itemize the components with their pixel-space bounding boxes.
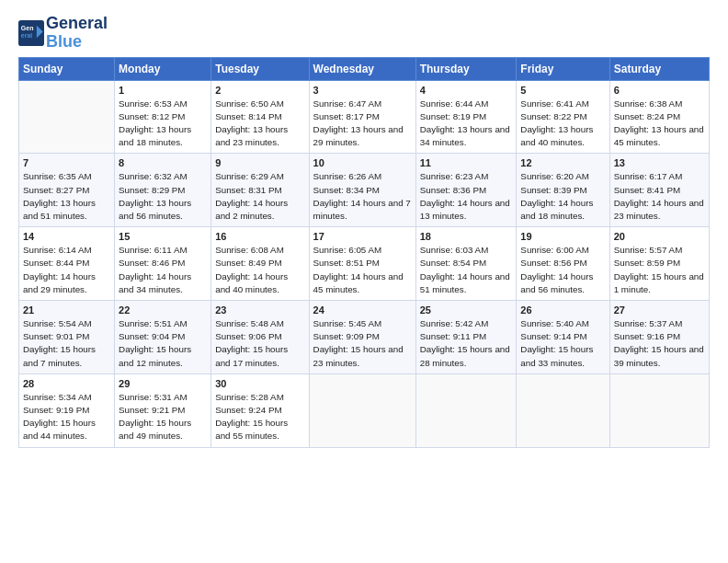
day-cell: 1Sunrise: 6:53 AMSunset: 8:12 PMDaylight… bbox=[115, 80, 211, 154]
header: Gen eral GeneralBlue bbox=[18, 15, 710, 52]
day-cell: 25Sunrise: 5:42 AMSunset: 9:11 PMDayligh… bbox=[415, 301, 517, 374]
day-number: 11 bbox=[420, 157, 513, 168]
day-number: 18 bbox=[420, 231, 513, 242]
day-cell bbox=[415, 373, 517, 447]
svg-text:Gen: Gen bbox=[21, 25, 34, 31]
day-detail: Sunrise: 6:03 AMSunset: 8:54 PMDaylight:… bbox=[420, 244, 513, 296]
day-number: 9 bbox=[215, 157, 304, 168]
day-cell: 2Sunrise: 6:50 AMSunset: 8:14 PMDaylight… bbox=[211, 80, 309, 154]
day-detail: Sunrise: 6:35 AMSunset: 8:27 PMDaylight:… bbox=[23, 170, 110, 223]
col-header-sunday: Sunday bbox=[19, 57, 115, 80]
col-header-wednesday: Wednesday bbox=[309, 57, 415, 80]
day-detail: Sunrise: 6:00 AMSunset: 8:56 PMDaylight:… bbox=[520, 244, 605, 296]
logo-icon: Gen eral bbox=[18, 20, 44, 46]
week-row-2: 7Sunrise: 6:35 AMSunset: 8:27 PMDaylight… bbox=[19, 154, 710, 227]
page: Gen eral GeneralBlue SundayMondayTuesday… bbox=[0, 0, 728, 563]
day-cell: 16Sunrise: 6:08 AMSunset: 8:49 PMDayligh… bbox=[211, 227, 309, 301]
day-number: 2 bbox=[215, 85, 304, 96]
day-number: 28 bbox=[23, 378, 110, 389]
day-cell: 12Sunrise: 6:20 AMSunset: 8:39 PMDayligh… bbox=[517, 154, 609, 227]
day-number: 25 bbox=[420, 304, 513, 316]
day-detail: Sunrise: 6:50 AMSunset: 8:14 PMDaylight:… bbox=[215, 98, 304, 150]
day-detail: Sunrise: 6:26 AMSunset: 8:34 PMDaylight:… bbox=[313, 170, 412, 223]
col-header-thursday: Thursday bbox=[415, 57, 517, 80]
day-number: 17 bbox=[313, 231, 412, 242]
day-number: 19 bbox=[520, 231, 605, 242]
day-detail: Sunrise: 6:17 AMSunset: 8:41 PMDaylight:… bbox=[614, 170, 705, 223]
day-cell: 4Sunrise: 6:44 AMSunset: 8:19 PMDaylight… bbox=[415, 80, 517, 154]
day-number: 8 bbox=[119, 157, 207, 168]
logo: Gen eral GeneralBlue bbox=[18, 15, 108, 52]
day-cell: 23Sunrise: 5:48 AMSunset: 9:06 PMDayligh… bbox=[211, 301, 309, 374]
week-row-1: 1Sunrise: 6:53 AMSunset: 8:12 PMDaylight… bbox=[19, 80, 710, 154]
day-detail: Sunrise: 5:40 AMSunset: 9:14 PMDaylight:… bbox=[520, 317, 605, 370]
day-detail: Sunrise: 6:32 AMSunset: 8:29 PMDaylight:… bbox=[119, 170, 207, 223]
day-number: 1 bbox=[119, 85, 207, 96]
day-cell: 28Sunrise: 5:34 AMSunset: 9:19 PMDayligh… bbox=[19, 373, 115, 447]
day-cell bbox=[19, 80, 115, 154]
day-cell: 5Sunrise: 6:41 AMSunset: 8:22 PMDaylight… bbox=[517, 80, 609, 154]
day-cell: 21Sunrise: 5:54 AMSunset: 9:01 PMDayligh… bbox=[19, 301, 115, 374]
day-detail: Sunrise: 6:14 AMSunset: 8:44 PMDaylight:… bbox=[23, 244, 110, 296]
day-number: 30 bbox=[215, 378, 304, 389]
day-number: 14 bbox=[23, 231, 110, 242]
header-row: SundayMondayTuesdayWednesdayThursdayFrid… bbox=[19, 57, 710, 80]
day-cell: 17Sunrise: 6:05 AMSunset: 8:51 PMDayligh… bbox=[309, 227, 415, 301]
day-cell: 22Sunrise: 5:51 AMSunset: 9:04 PMDayligh… bbox=[115, 301, 211, 374]
day-number: 5 bbox=[520, 85, 605, 96]
day-cell: 6Sunrise: 6:38 AMSunset: 8:24 PMDaylight… bbox=[609, 80, 709, 154]
day-cell: 18Sunrise: 6:03 AMSunset: 8:54 PMDayligh… bbox=[415, 227, 517, 301]
col-header-friday: Friday bbox=[517, 57, 609, 80]
day-detail: Sunrise: 6:20 AMSunset: 8:39 PMDaylight:… bbox=[520, 170, 605, 223]
col-header-monday: Monday bbox=[115, 57, 211, 80]
day-detail: Sunrise: 6:08 AMSunset: 8:49 PMDaylight:… bbox=[215, 244, 304, 296]
day-number: 24 bbox=[313, 304, 412, 316]
day-cell: 15Sunrise: 6:11 AMSunset: 8:46 PMDayligh… bbox=[115, 227, 211, 301]
day-number: 29 bbox=[119, 378, 207, 389]
day-cell: 11Sunrise: 6:23 AMSunset: 8:36 PMDayligh… bbox=[415, 154, 517, 227]
day-number: 3 bbox=[313, 85, 412, 96]
day-number: 7 bbox=[23, 157, 110, 168]
day-detail: Sunrise: 5:37 AMSunset: 9:16 PMDaylight:… bbox=[614, 317, 705, 370]
day-detail: Sunrise: 6:47 AMSunset: 8:17 PMDaylight:… bbox=[313, 98, 412, 150]
day-number: 21 bbox=[23, 304, 110, 316]
day-number: 15 bbox=[119, 231, 207, 242]
day-cell: 30Sunrise: 5:28 AMSunset: 9:24 PMDayligh… bbox=[211, 373, 309, 447]
day-number: 23 bbox=[215, 304, 304, 316]
day-cell: 20Sunrise: 5:57 AMSunset: 8:59 PMDayligh… bbox=[609, 227, 709, 301]
day-detail: Sunrise: 5:34 AMSunset: 9:19 PMDaylight:… bbox=[23, 391, 110, 443]
logo-text: GeneralBlue bbox=[46, 15, 108, 52]
day-detail: Sunrise: 6:38 AMSunset: 8:24 PMDaylight:… bbox=[614, 98, 705, 150]
day-detail: Sunrise: 6:44 AMSunset: 8:19 PMDaylight:… bbox=[420, 98, 513, 150]
day-detail: Sunrise: 6:29 AMSunset: 8:31 PMDaylight:… bbox=[215, 170, 304, 223]
day-cell: 26Sunrise: 5:40 AMSunset: 9:14 PMDayligh… bbox=[517, 301, 609, 374]
day-cell: 10Sunrise: 6:26 AMSunset: 8:34 PMDayligh… bbox=[309, 154, 415, 227]
day-cell: 19Sunrise: 6:00 AMSunset: 8:56 PMDayligh… bbox=[517, 227, 609, 301]
day-number: 22 bbox=[119, 304, 207, 316]
day-detail: Sunrise: 5:51 AMSunset: 9:04 PMDaylight:… bbox=[119, 317, 207, 370]
day-number: 6 bbox=[614, 85, 705, 96]
day-detail: Sunrise: 6:05 AMSunset: 8:51 PMDaylight:… bbox=[313, 244, 412, 296]
day-cell bbox=[517, 373, 609, 447]
day-number: 16 bbox=[215, 231, 304, 242]
day-cell bbox=[309, 373, 415, 447]
day-detail: Sunrise: 5:48 AMSunset: 9:06 PMDaylight:… bbox=[215, 317, 304, 370]
day-cell: 13Sunrise: 6:17 AMSunset: 8:41 PMDayligh… bbox=[609, 154, 709, 227]
calendar-table: SundayMondayTuesdayWednesdayThursdayFrid… bbox=[18, 57, 710, 448]
day-number: 12 bbox=[520, 157, 605, 168]
svg-text:eral: eral bbox=[21, 32, 33, 39]
day-cell: 3Sunrise: 6:47 AMSunset: 8:17 PMDaylight… bbox=[309, 80, 415, 154]
day-number: 27 bbox=[614, 304, 705, 316]
day-cell bbox=[609, 373, 709, 447]
week-row-3: 14Sunrise: 6:14 AMSunset: 8:44 PMDayligh… bbox=[19, 227, 710, 301]
week-row-5: 28Sunrise: 5:34 AMSunset: 9:19 PMDayligh… bbox=[19, 373, 710, 447]
col-header-saturday: Saturday bbox=[609, 57, 709, 80]
day-cell: 7Sunrise: 6:35 AMSunset: 8:27 PMDaylight… bbox=[19, 154, 115, 227]
day-detail: Sunrise: 6:11 AMSunset: 8:46 PMDaylight:… bbox=[119, 244, 207, 296]
day-detail: Sunrise: 5:45 AMSunset: 9:09 PMDaylight:… bbox=[313, 317, 412, 370]
day-cell: 24Sunrise: 5:45 AMSunset: 9:09 PMDayligh… bbox=[309, 301, 415, 374]
day-detail: Sunrise: 5:42 AMSunset: 9:11 PMDaylight:… bbox=[420, 317, 513, 370]
day-number: 26 bbox=[520, 304, 605, 316]
day-number: 4 bbox=[420, 85, 513, 96]
col-header-tuesday: Tuesday bbox=[211, 57, 309, 80]
